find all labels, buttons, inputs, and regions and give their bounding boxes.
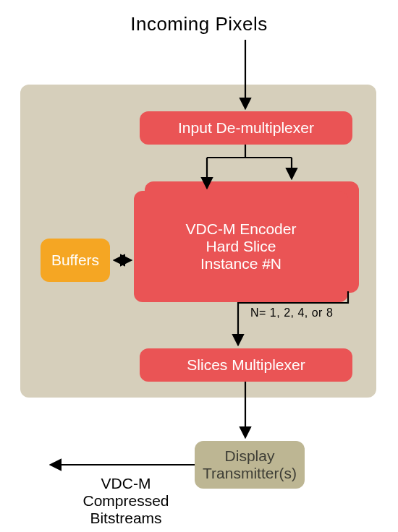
encoder-line3: Instance #N: [200, 255, 281, 273]
n-values-label: N= 1, 2, 4, or 8: [250, 306, 333, 319]
encoder-line1: VDC-M Encoder: [186, 220, 297, 238]
incoming-pixels-title: Incoming Pixels: [0, 13, 398, 35]
slices-multiplexer-block: Slices Multiplexer: [140, 348, 352, 382]
encoder-line2: Hard Slice: [206, 238, 276, 255]
output-bitstreams-label: VDC-M Compressed Bitstreams: [72, 475, 180, 527]
buffers-block: Buffers: [41, 239, 110, 282]
input-demultiplexer-block: Input De-multiplexer: [140, 111, 352, 145]
vdcm-encoder-block: VDC-M Encoder Hard Slice Instance #N: [134, 191, 348, 302]
display-transmitter-block: Display Transmitter(s): [195, 441, 305, 489]
